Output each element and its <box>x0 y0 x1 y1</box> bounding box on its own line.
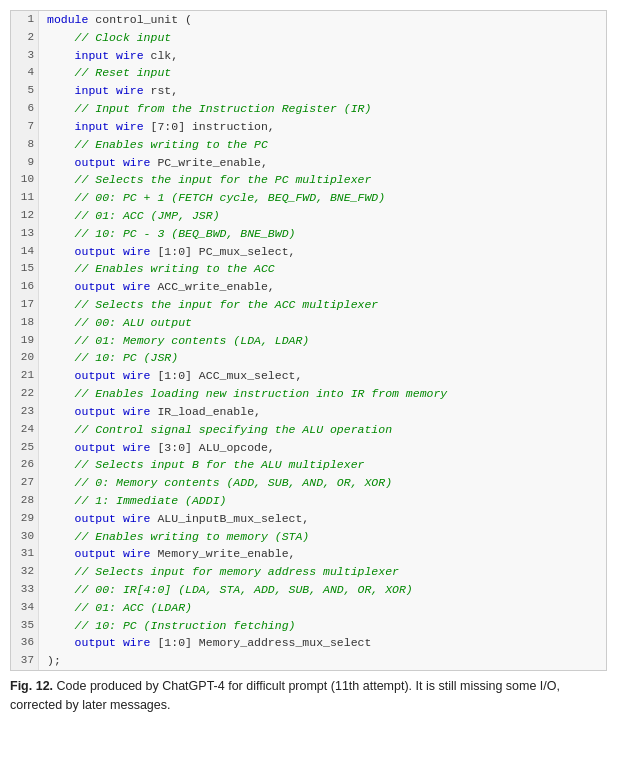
line-content: output wire Memory_write_enable, <box>39 545 295 563</box>
line-content: output wire [1:0] PC_mux_select, <box>39 243 295 261</box>
table-row: 22 // Enables loading new instruction in… <box>11 385 606 403</box>
line-content: output wire [3:0] ALU_opcode, <box>39 439 275 457</box>
line-number: 19 <box>11 332 39 350</box>
caption-label: Fig. 12. <box>10 679 53 693</box>
line-number: 25 <box>11 439 39 457</box>
line-number: 36 <box>11 634 39 652</box>
line-content: // 0: Memory contents (ADD, SUB, AND, OR… <box>39 474 392 492</box>
table-row: 33 // 00: IR[4:0] (LDA, STA, ADD, SUB, A… <box>11 581 606 599</box>
line-content: // Selects input for memory address mult… <box>39 563 399 581</box>
table-row: 37); <box>11 652 606 670</box>
line-number: 3 <box>11 47 39 65</box>
line-number: 30 <box>11 528 39 546</box>
line-content: // 01: ACC (JMP, JSR) <box>39 207 220 225</box>
line-number: 9 <box>11 154 39 172</box>
table-row: 1module control_unit ( <box>11 11 606 29</box>
line-number: 14 <box>11 243 39 261</box>
line-content: output wire [1:0] Memory_address_mux_sel… <box>39 634 371 652</box>
table-row: 18 // 00: ALU output <box>11 314 606 332</box>
table-row: 9 output wire PC_write_enable, <box>11 154 606 172</box>
table-row: 11 // 00: PC + 1 (FETCH cycle, BEQ_FWD, … <box>11 189 606 207</box>
line-number: 21 <box>11 367 39 385</box>
line-number: 11 <box>11 189 39 207</box>
line-number: 4 <box>11 64 39 82</box>
line-content: // 10: PC - 3 (BEQ_BWD, BNE_BWD) <box>39 225 295 243</box>
line-content: // 00: IR[4:0] (LDA, STA, ADD, SUB, AND,… <box>39 581 413 599</box>
line-number: 5 <box>11 82 39 100</box>
line-number: 28 <box>11 492 39 510</box>
line-content: output wire [1:0] ACC_mux_select, <box>39 367 302 385</box>
line-content: // Selects the input for the ACC multipl… <box>39 296 378 314</box>
line-content: // 1: Immediate (ADDI) <box>39 492 226 510</box>
table-row: 17 // Selects the input for the ACC mult… <box>11 296 606 314</box>
table-row: 27 // 0: Memory contents (ADD, SUB, AND,… <box>11 474 606 492</box>
table-row: 15 // Enables writing to the ACC <box>11 260 606 278</box>
table-row: 10 // Selects the input for the PC multi… <box>11 171 606 189</box>
line-number: 26 <box>11 456 39 474</box>
line-number: 6 <box>11 100 39 118</box>
line-number: 13 <box>11 225 39 243</box>
line-number: 23 <box>11 403 39 421</box>
table-row: 12 // 01: ACC (JMP, JSR) <box>11 207 606 225</box>
line-number: 10 <box>11 171 39 189</box>
line-number: 29 <box>11 510 39 528</box>
line-number: 1 <box>11 11 39 29</box>
line-content: // Clock input <box>39 29 171 47</box>
line-content: // 01: ACC (LDAR) <box>39 599 192 617</box>
line-content: input wire [7:0] instruction, <box>39 118 275 136</box>
line-content: input wire clk, <box>39 47 178 65</box>
table-row: 23 output wire IR_load_enable, <box>11 403 606 421</box>
line-number: 18 <box>11 314 39 332</box>
line-content: // 01: Memory contents (LDA, LDAR) <box>39 332 309 350</box>
table-row: 7 input wire [7:0] instruction, <box>11 118 606 136</box>
table-row: 29 output wire ALU_inputB_mux_select, <box>11 510 606 528</box>
table-row: 32 // Selects input for memory address m… <box>11 563 606 581</box>
line-number: 33 <box>11 581 39 599</box>
line-number: 17 <box>11 296 39 314</box>
line-content: // Input from the Instruction Register (… <box>39 100 371 118</box>
table-row: 35 // 10: PC (Instruction fetching) <box>11 617 606 635</box>
table-row: 3 input wire clk, <box>11 47 606 65</box>
table-row: 36 output wire [1:0] Memory_address_mux_… <box>11 634 606 652</box>
table-row: 31 output wire Memory_write_enable, <box>11 545 606 563</box>
line-content: // 10: PC (JSR) <box>39 349 178 367</box>
line-number: 35 <box>11 617 39 635</box>
line-content: // Selects input B for the ALU multiplex… <box>39 456 364 474</box>
table-row: 25 output wire [3:0] ALU_opcode, <box>11 439 606 457</box>
line-content: output wire PC_write_enable, <box>39 154 268 172</box>
table-row: 6 // Input from the Instruction Register… <box>11 100 606 118</box>
table-row: 30 // Enables writing to memory (STA) <box>11 528 606 546</box>
line-number: 22 <box>11 385 39 403</box>
line-number: 34 <box>11 599 39 617</box>
line-content: // Control signal specifying the ALU ope… <box>39 421 392 439</box>
line-number: 24 <box>11 421 39 439</box>
table-row: 16 output wire ACC_write_enable, <box>11 278 606 296</box>
line-number: 32 <box>11 563 39 581</box>
line-number: 20 <box>11 349 39 367</box>
line-content: output wire ALU_inputB_mux_select, <box>39 510 309 528</box>
table-row: 20 // 10: PC (JSR) <box>11 349 606 367</box>
table-row: 21 output wire [1:0] ACC_mux_select, <box>11 367 606 385</box>
line-content: // Reset input <box>39 64 171 82</box>
line-number: 2 <box>11 29 39 47</box>
table-row: 13 // 10: PC - 3 (BEQ_BWD, BNE_BWD) <box>11 225 606 243</box>
table-row: 14 output wire [1:0] PC_mux_select, <box>11 243 606 261</box>
line-content: output wire IR_load_enable, <box>39 403 261 421</box>
line-number: 37 <box>11 652 39 670</box>
table-row: 26 // Selects input B for the ALU multip… <box>11 456 606 474</box>
line-number: 31 <box>11 545 39 563</box>
line-number: 27 <box>11 474 39 492</box>
line-content: input wire rst, <box>39 82 178 100</box>
caption-text: Code produced by ChatGPT-4 for difficult… <box>10 679 560 712</box>
line-content: // 10: PC (Instruction fetching) <box>39 617 295 635</box>
line-number: 7 <box>11 118 39 136</box>
line-content: // Enables writing to the PC <box>39 136 268 154</box>
line-content: output wire ACC_write_enable, <box>39 278 275 296</box>
table-row: 2 // Clock input <box>11 29 606 47</box>
line-content: // 00: PC + 1 (FETCH cycle, BEQ_FWD, BNE… <box>39 189 385 207</box>
line-number: 15 <box>11 260 39 278</box>
table-row: 8 // Enables writing to the PC <box>11 136 606 154</box>
line-content: ); <box>39 652 61 670</box>
table-row: 28 // 1: Immediate (ADDI) <box>11 492 606 510</box>
line-content: // Enables loading new instruction into … <box>39 385 447 403</box>
